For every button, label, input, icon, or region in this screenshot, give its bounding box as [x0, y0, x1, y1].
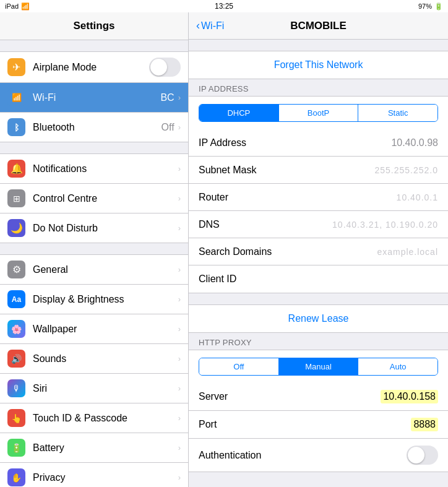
touch-id-chevron: ›	[178, 413, 181, 423]
bluetooth-chevron: ›	[178, 123, 181, 132]
router-label: Router	[199, 192, 397, 203]
sounds-label: Sounds	[33, 353, 178, 364]
status-time: 13:25	[215, 2, 233, 11]
battery-icon: 🔋	[434, 2, 443, 11]
sidebar-item-touch-id[interactable]: 👆 Touch ID & Passcode ›	[0, 403, 188, 433]
sidebar-item-general[interactable]: ⚙ General ›	[0, 255, 188, 285]
sidebar: Settings ✈ Airplane Mode 📶 Wi-Fi BC › ᛒ …	[0, 12, 189, 487]
ip-address-label: IP Address	[199, 137, 391, 149]
port-value: 8888	[411, 418, 438, 431]
touch-id-label: Touch ID & Passcode	[33, 413, 178, 424]
sidebar-item-notifications[interactable]: 🔔 Notifications ›	[0, 154, 188, 184]
display-brightness-label: Display & Brightness	[33, 294, 178, 305]
dns-value: 10.40.3.21, 10.190.0.20	[332, 220, 438, 230]
privacy-label: Privacy	[33, 472, 178, 483]
proxy-segment-control[interactable]: Off Manual Auto	[199, 358, 438, 376]
airplane-mode-toggle[interactable]	[149, 58, 181, 77]
ip-section-header: IP ADDRESS	[189, 79, 448, 96]
do-not-disturb-label: Do Not Disturb	[33, 223, 178, 234]
ip-segment-control[interactable]: DHCP BootP Static	[199, 104, 438, 122]
ip-address-value: 10.40.0.98	[391, 137, 438, 149]
dns-label: DNS	[199, 219, 332, 230]
general-chevron: ›	[178, 265, 181, 274]
http-proxy-section: HTTP PROXY Off Manual Auto Server 10.40.…	[189, 333, 448, 472]
notifications-chevron: ›	[178, 164, 181, 173]
segment-static[interactable]: Static	[358, 105, 437, 121]
wifi-chevron: ›	[178, 93, 181, 102]
renew-lease-section: Renew Lease	[189, 304, 448, 333]
wallpaper-chevron: ›	[178, 324, 181, 334]
back-chevron-icon: ‹	[196, 19, 200, 32]
sidebar-item-airplane-mode[interactable]: ✈ Airplane Mode	[0, 52, 188, 83]
device-label: iPad	[5, 2, 19, 10]
control-centre-label: Control Centre	[33, 193, 178, 204]
forget-network-label: Forget This Network	[274, 59, 363, 71]
sidebar-item-siri[interactable]: 🎙 Siri ›	[0, 374, 188, 403]
segment-proxy-off[interactable]: Off	[199, 358, 279, 375]
port-label: Port	[199, 419, 411, 430]
notifications-icon: 🔔	[7, 160, 25, 178]
sidebar-item-wallpaper[interactable]: 🌸 Wallpaper ›	[0, 314, 188, 344]
bluetooth-icon: ᛒ	[7, 118, 25, 136]
sounds-chevron: ›	[178, 354, 181, 363]
siri-icon: 🎙	[7, 379, 25, 397]
do-not-disturb-chevron: ›	[178, 223, 181, 233]
sidebar-item-sounds[interactable]: 🔊 Sounds ›	[0, 344, 188, 374]
search-domains-value: example.local	[377, 247, 438, 257]
sidebar-item-do-not-disturb[interactable]: 🌙 Do Not Disturb ›	[0, 213, 188, 243]
sidebar-section-2: 🔔 Notifications › ⊞ Control Centre › 🌙 D…	[0, 153, 188, 243]
authentication-toggle[interactable]	[407, 446, 438, 465]
authentication-row: Authentication	[189, 439, 448, 472]
wifi-label: Wi-Fi	[33, 92, 160, 103]
control-centre-icon: ⊞	[7, 189, 25, 207]
nav-header: ‹ Wi-Fi BCMOBILE	[189, 12, 448, 40]
segment-bootp[interactable]: BootP	[279, 105, 359, 121]
wifi-value: BC	[160, 92, 174, 103]
server-value: 10.40.0.158	[381, 390, 438, 403]
sidebar-section-3: ⚙ General › Aa Display & Brightness › 🌸 …	[0, 254, 188, 487]
general-icon: ⚙	[7, 261, 25, 278]
sounds-icon: 🔊	[7, 350, 25, 368]
segment-dhcp[interactable]: DHCP	[199, 105, 279, 121]
wallpaper-label: Wallpaper	[33, 324, 178, 335]
sidebar-section-1: ✈ Airplane Mode 📶 Wi-Fi BC › ᛒ Bluetooth…	[0, 51, 188, 142]
forget-network-row[interactable]: Forget This Network	[189, 51, 448, 79]
wifi-icon: 📶	[21, 2, 30, 11]
nav-back-button[interactable]: ‹ Wi-Fi	[196, 19, 224, 32]
siri-chevron: ›	[178, 384, 181, 393]
airplane-mode-label: Airplane Mode	[33, 62, 149, 73]
sidebar-item-privacy[interactable]: ✋ Privacy ›	[0, 463, 188, 487]
subnet-mask-row: Subnet Mask 255.255.252.0	[189, 157, 448, 184]
wifi-sidebar-icon: 📶	[7, 88, 25, 106]
battery-chevron: ›	[178, 443, 181, 452]
display-brightness-icon: Aa	[7, 290, 25, 308]
segment-proxy-manual[interactable]: Manual	[279, 358, 359, 375]
airplane-mode-icon: ✈	[7, 58, 25, 76]
notifications-label: Notifications	[33, 163, 178, 175]
renew-lease-label: Renew Lease	[288, 313, 349, 324]
do-not-disturb-icon: 🌙	[7, 219, 25, 237]
segment-proxy-auto[interactable]: Auto	[358, 358, 437, 375]
siri-label: Siri	[33, 383, 178, 394]
sidebar-item-wifi[interactable]: 📶 Wi-Fi BC ›	[0, 83, 188, 113]
status-right: 97% 🔋	[418, 2, 443, 11]
router-value: 10.40.0.1	[397, 192, 438, 202]
privacy-icon: ✋	[7, 468, 25, 486]
port-row: Port 8888	[189, 411, 448, 439]
ip-address-row: IP Address 10.40.0.98	[189, 129, 448, 157]
sidebar-title: Settings	[0, 12, 188, 40]
server-row: Server 10.40.0.158	[189, 383, 448, 411]
ip-section: IP ADDRESS DHCP BootP Static IP Address …	[189, 79, 448, 293]
client-id-row: Client ID	[189, 265, 448, 293]
sidebar-item-display-brightness[interactable]: Aa Display & Brightness ›	[0, 285, 188, 314]
nav-back-label: Wi-Fi	[201, 20, 224, 32]
sidebar-item-bluetooth[interactable]: ᛒ Bluetooth Off ›	[0, 113, 188, 142]
forget-network-section: Forget This Network	[189, 51, 448, 79]
privacy-chevron: ›	[178, 473, 181, 482]
sidebar-item-control-centre[interactable]: ⊞ Control Centre ›	[0, 184, 188, 213]
subnet-mask-label: Subnet Mask	[199, 165, 374, 176]
sidebar-item-battery[interactable]: 🔋 Battery ›	[0, 433, 188, 463]
renew-lease-row[interactable]: Renew Lease	[189, 305, 448, 332]
nav-title: BCMOBILE	[290, 20, 347, 32]
client-id-label: Client ID	[199, 274, 438, 285]
